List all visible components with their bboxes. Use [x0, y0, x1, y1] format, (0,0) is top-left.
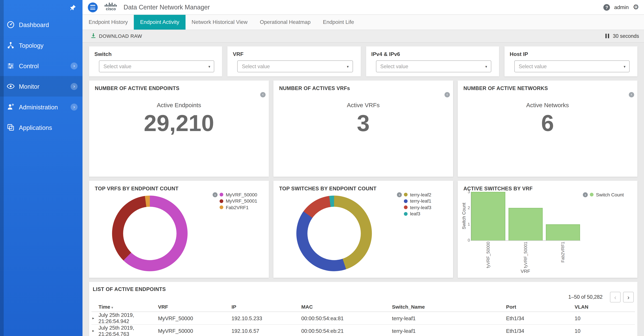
card-collapse-icon[interactable]: ‹ — [444, 92, 450, 97]
legend-label: terry-leaf3 — [410, 205, 432, 210]
table-row[interactable]: ▸ July 25th 2019, 21:26:54.763 MyVRF_500… — [92, 324, 635, 336]
legend-dot — [220, 199, 223, 203]
download-raw-button[interactable]: DOWNLOAD RAW — [91, 33, 142, 39]
legend-item[interactable]: terry-leaf3 — [404, 204, 431, 211]
eye-icon — [6, 82, 15, 90]
legend-item[interactable]: Fab2VRF1 — [220, 204, 257, 211]
sliders-icon — [6, 62, 15, 70]
sidebar-item-administration[interactable]: Administration › — [0, 97, 82, 117]
sidebar-item-control[interactable]: Control › — [0, 55, 82, 76]
filter-label: Switch — [94, 51, 217, 57]
column-header-mac[interactable]: MAC — [301, 304, 392, 310]
help-icon[interactable]: ? — [604, 4, 610, 11]
filter-label: VRF — [233, 51, 356, 57]
bar[interactable] — [546, 224, 580, 240]
vrf-select[interactable]: Select value ▾ — [237, 61, 353, 72]
action-toolbar: DOWNLOAD RAW 30 seconds — [82, 30, 644, 43]
refresh-interval: 30 seconds — [613, 33, 639, 39]
card-title: NUMBER OF ACTIVE ENDPOINTS — [95, 86, 263, 91]
chart-title: TOP SWITCHES BY ENDPOINT COUNT — [279, 186, 447, 192]
charts-row: TOP VRFS BY ENDPOINT COUNT › MyVRF_50000… — [89, 181, 638, 278]
legend-item[interactable]: leaf3 — [404, 211, 431, 217]
chevron-right-icon[interactable]: › — [71, 103, 78, 110]
stat-value: 29,210 — [89, 112, 269, 135]
x-axis-title: VRF — [471, 269, 580, 274]
legend-item[interactable]: terry-leaf1 — [404, 198, 431, 204]
switch-select[interactable]: Select value ▾ — [99, 61, 214, 72]
legend-label: Fab2VRF1 — [226, 205, 248, 210]
table-title: LIST OF ACTIVE ENDPOINTS — [93, 286, 166, 292]
gear-icon[interactable]: ⚙ — [633, 4, 639, 11]
legend-dot — [220, 193, 223, 197]
card-collapse-icon[interactable]: ‹ — [629, 92, 634, 97]
next-page-button[interactable]: › — [623, 292, 634, 302]
topology-icon — [6, 41, 15, 49]
sidebar: Dashboard Topology Control › Monitor — [0, 0, 82, 336]
cell-vlan: 10 — [575, 315, 635, 321]
sort-desc-icon: ▾ — [112, 306, 113, 309]
expand-row-icon[interactable]: ▸ — [92, 316, 98, 320]
legend-item[interactable]: terry-leaf2 — [404, 192, 431, 198]
header-actions: ? admin ⚙ — [604, 4, 639, 11]
tab-endpoint-history[interactable]: Endpoint History — [82, 15, 134, 30]
pin-icon[interactable] — [70, 4, 77, 12]
sidebar-item-applications[interactable]: Applications — [0, 117, 82, 138]
bar[interactable] — [471, 192, 505, 240]
legend-expand-icon[interactable]: › — [397, 192, 402, 197]
sidebar-item-topology[interactable]: Topology — [0, 35, 82, 55]
filter-vrf: VRF Select value ▾ — [228, 46, 360, 76]
legend-dot — [404, 193, 408, 197]
column-header-vrf[interactable]: VRF — [158, 304, 232, 310]
dcnm-app: Dashboard Topology Control › Monitor — [0, 0, 644, 336]
prev-page-button[interactable]: ‹ — [610, 292, 621, 302]
chart-legend: terry-leaf2 terry-leaf1 terry-leaf3 leaf… — [404, 192, 431, 217]
expand-row-icon[interactable]: ▸ — [92, 329, 98, 333]
legend-item[interactable]: MyVRF_50000 — [220, 192, 257, 198]
chevron-right-icon[interactable]: › — [71, 83, 78, 90]
x-tick-label: MyVRF_50001 — [508, 242, 542, 268]
cell-time: July 25th 2019, 21:26:54.763 — [98, 324, 158, 336]
main-content: Switch Select value ▾ VRF Select value ▾… — [82, 42, 644, 336]
active-switches-chart-card: ACTIVE SWITCHES BY VRF › Switch Count Sw… — [458, 181, 637, 278]
legend-item[interactable]: Switch Count — [590, 192, 624, 198]
cell-ip: 192.10.6.57 — [232, 328, 301, 334]
tab-operational-heatmap[interactable]: Operational Heatmap — [254, 15, 317, 30]
table-row[interactable]: ▸ July 25th 2019, 21:26:54.942 MyVRF_500… — [92, 312, 635, 325]
filter-ip: IPv4 & IPv6 Select value ▾ — [366, 46, 499, 76]
filters-row: Switch Select value ▾ VRF Select value ▾… — [89, 46, 638, 76]
cisco-logo: cisco — [103, 2, 120, 13]
user-menu[interactable]: admin — [614, 4, 629, 10]
legend-dot — [404, 212, 408, 216]
bar[interactable] — [508, 208, 543, 240]
hamburger-menu-icon[interactable] — [88, 2, 98, 12]
legend-item[interactable]: MyVRF_50001 — [220, 198, 257, 204]
y-tick-label: 1 — [468, 222, 470, 227]
column-header-ip[interactable]: IP — [232, 304, 301, 310]
tab-endpoint-life[interactable]: Endpoint Life — [317, 15, 360, 30]
legend-expand-icon[interactable]: › — [583, 192, 588, 197]
chevron-down-icon: ▾ — [624, 64, 626, 68]
sidebar-item-dashboard[interactable]: Dashboard — [0, 15, 82, 35]
ip-select[interactable]: Select value ▾ — [376, 61, 491, 72]
column-header-time[interactable]: Time▾ — [98, 304, 158, 310]
tab-bar: Endpoint History Endpoint Activity Netwo… — [82, 15, 644, 30]
column-header-switch-name[interactable]: Switch_Name — [392, 304, 506, 310]
donut-chart-vrfs[interactable] — [112, 196, 188, 271]
legend-label: MyVRF_50000 — [226, 192, 257, 197]
select-placeholder: Select value — [519, 64, 547, 69]
cell-mac: 00:00:50:54:ea:81 — [301, 315, 392, 321]
cell-switch-name: terry-leaf1 — [392, 315, 506, 321]
host-ip-select[interactable]: Select value ▾ — [514, 61, 630, 72]
active-networks-card: NUMBER OF ACTIVE NETWORKS ‹ Active Netwo… — [458, 80, 637, 177]
column-header-vlan[interactable]: VLAN — [575, 304, 635, 310]
column-header-port[interactable]: Port — [506, 304, 575, 310]
chevron-right-icon[interactable]: › — [71, 62, 78, 69]
pause-icon[interactable] — [606, 34, 609, 38]
page-title: Data Center Network Manager — [124, 4, 210, 11]
donut-chart-switches[interactable] — [296, 196, 372, 271]
tab-network-historical-view[interactable]: Network Historical View — [186, 15, 254, 30]
tab-endpoint-activity[interactable]: Endpoint Activity — [134, 15, 186, 30]
card-collapse-icon[interactable]: ‹ — [260, 92, 266, 97]
sidebar-item-monitor[interactable]: Monitor › — [0, 76, 82, 97]
legend-expand-icon[interactable]: › — [212, 192, 218, 197]
